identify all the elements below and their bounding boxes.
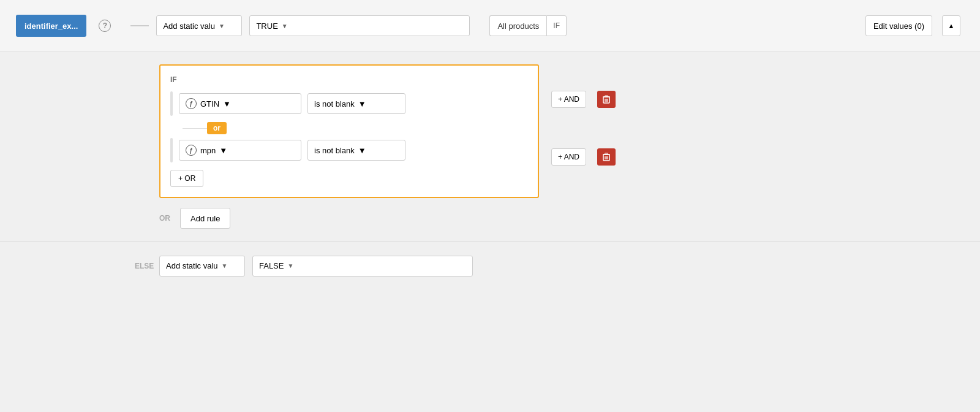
or-section-label: OR	[159, 214, 170, 223]
false-dropdown-button[interactable]: FALSE ▼	[252, 256, 473, 277]
condition-1-part: ƒ GTIN ▼ is not blank ▼	[170, 91, 405, 116]
collapse-arrow: ▲	[948, 22, 955, 29]
add-static-arrow: ▼	[219, 23, 225, 29]
top-row-inner: identifier_ex... ? Add static valu ▼ TRU…	[0, 15, 980, 37]
gtin-dropdown-arrow: ▼	[223, 99, 231, 109]
right-controls-area: + AND	[551, 64, 616, 167]
mpn-field-dropdown[interactable]: ƒ mpn ▼	[179, 140, 301, 161]
main-container: identifier_ex... ? Add static valu ▼ TRU…	[0, 0, 980, 412]
edit-values-label: Edit values (0)	[873, 21, 924, 31]
delete-button-2[interactable]	[597, 148, 616, 166]
mpn-field-icon: ƒ	[186, 145, 197, 156]
mpn-operator-arrow: ▼	[358, 146, 366, 155]
add-rule-button[interactable]: Add rule	[180, 208, 230, 229]
row1-controls: + AND	[551, 89, 616, 110]
delete-icon-1	[603, 95, 610, 104]
add-rule-label: Add rule	[190, 214, 220, 223]
content-area: IF ƒ GTIN ▼ is not blank	[0, 52, 980, 229]
add-or-area: + OR	[170, 170, 528, 187]
else-add-static-arrow: ▼	[222, 262, 228, 269]
condition-row-2: ƒ mpn ▼ is not blank ▼	[170, 138, 528, 162]
true-dropdown-arrow: ▼	[282, 23, 288, 29]
if-section: IF ƒ GTIN ▼ is not blank	[159, 64, 968, 198]
else-add-static-label: Add static valu	[166, 261, 218, 270]
else-add-static-button[interactable]: Add static valu ▼	[159, 256, 245, 277]
left-bar-2	[170, 138, 173, 162]
or-pill-row: or	[183, 122, 528, 134]
true-dropdown-button[interactable]: TRUE ▼	[249, 15, 470, 36]
svg-rect-11	[605, 153, 608, 154]
gtin-operator-label: is not blank	[314, 99, 355, 109]
add-or-label: + OR	[178, 174, 195, 183]
true-value-label: TRUE	[256, 21, 277, 31]
collapse-button[interactable]: ▲	[942, 15, 960, 36]
add-or-button[interactable]: + OR	[170, 170, 203, 187]
else-controls: Add static valu ▼ FALSE ▼	[159, 256, 473, 277]
gtin-field-icon: ƒ	[186, 98, 197, 109]
false-dropdown-arrow: ▼	[287, 262, 293, 269]
gtin-operator-arrow: ▼	[358, 99, 366, 109]
if-box-label: IF	[170, 75, 528, 84]
and-label-1: + AND	[558, 95, 579, 104]
if-badge-label: IF	[546, 15, 567, 36]
add-static-label: Add static valu	[163, 21, 215, 31]
or-line-left	[183, 128, 207, 129]
gtin-operator-dropdown[interactable]: is not blank ▼	[307, 93, 405, 114]
delete-button-1[interactable]	[597, 91, 616, 108]
mpn-operator-dropdown[interactable]: is not blank ▼	[307, 140, 405, 161]
add-static-value-button[interactable]: Add static valu ▼	[156, 15, 242, 36]
condition-2-part: ƒ mpn ▼ is not blank ▼	[170, 138, 405, 162]
and-button-2[interactable]: + AND	[551, 148, 586, 166]
help-icon[interactable]: ?	[99, 20, 111, 32]
connector-line	[130, 25, 149, 26]
row2-controls: + AND	[551, 147, 616, 167]
gtin-field-dropdown[interactable]: ƒ GTIN ▼	[179, 93, 301, 114]
gtin-label: GTIN	[200, 99, 219, 109]
delete-icon-2	[603, 153, 610, 161]
svg-rect-5	[605, 96, 608, 97]
and-button-1[interactable]: + AND	[551, 91, 586, 108]
mpn-operator-label: is not blank	[314, 146, 355, 155]
mpn-label: mpn	[200, 146, 216, 155]
or-section: OR Add rule	[159, 208, 968, 229]
identifier-badge[interactable]: identifier_ex...	[16, 15, 86, 37]
all-products-area: All products IF	[489, 15, 567, 36]
and-label-2: + AND	[558, 153, 579, 161]
false-value-label: FALSE	[259, 261, 284, 270]
left-bar-1	[170, 91, 173, 116]
condition-row-1: ƒ GTIN ▼ is not blank ▼	[170, 91, 528, 116]
edit-values-button[interactable]: Edit values (0)	[865, 15, 932, 36]
top-row: identifier_ex... ? Add static valu ▼ TRU…	[0, 0, 980, 52]
or-pill: or	[207, 122, 227, 134]
all-products-label: All products	[489, 15, 546, 36]
mpn-dropdown-arrow: ▼	[219, 146, 227, 155]
else-label: ELSE	[135, 262, 154, 270]
else-section: ELSE Add static valu ▼ FALSE ▼	[0, 241, 980, 290]
if-box: IF ƒ GTIN ▼ is not blank	[159, 64, 539, 198]
